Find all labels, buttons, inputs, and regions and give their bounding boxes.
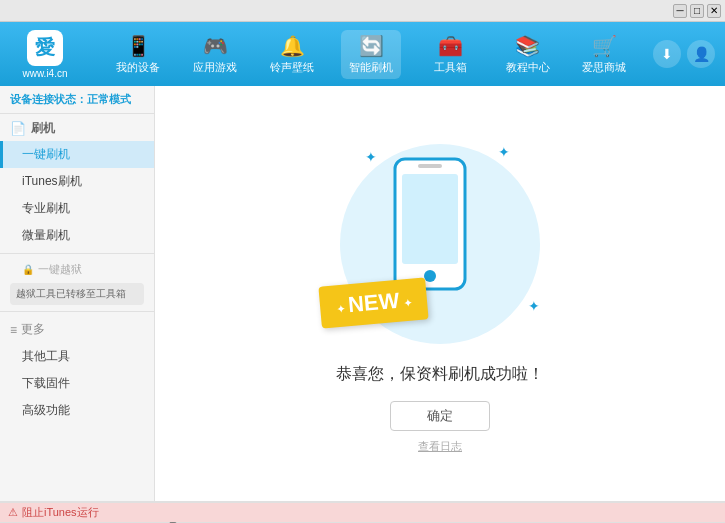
itunes-status-bar: ⚠ 阻止iTunes运行 (0, 502, 725, 522)
nav-toolbox-label: 工具箱 (434, 60, 467, 75)
new-badge: NEW (318, 277, 429, 328)
nav-ringtones-label: 铃声壁纸 (270, 60, 314, 75)
nav-ringtones[interactable]: 🔔 铃声壁纸 (265, 34, 320, 75)
svg-point-2 (424, 270, 436, 282)
mall-icon: 🛒 (592, 34, 617, 58)
sidebar-divider-1 (0, 253, 154, 254)
nav-apps-games[interactable]: 🎮 应用游戏 (188, 34, 243, 75)
svg-rect-1 (402, 174, 458, 264)
nav-smart-flash[interactable]: 🔄 智能刷机 (341, 30, 401, 79)
status-value: 正常模式 (87, 93, 131, 105)
toolbox-icon: 🧰 (438, 34, 463, 58)
content-area: NEW ✦ ✦ ✦ 恭喜您，保资料刷机成功啦！ 确定 查看日志 (155, 86, 725, 501)
nav-tutorials[interactable]: 📚 教程中心 (500, 34, 555, 75)
nav-apps-games-label: 应用游戏 (193, 60, 237, 75)
footer-area: ⚠ 阻止iTunes运行 自动继续 跳过向导 📱 iPhone 12 mini … (0, 501, 725, 523)
itunes-status-label: 阻止iTunes运行 (22, 505, 99, 520)
header: 愛 www.i4.cn 📱 我的设备 🎮 应用游戏 🔔 铃声壁纸 🔄 智能刷机 … (0, 22, 725, 86)
sidebar: 设备连接状态：正常模式 📄 刷机 一键刷机 iTunes刷机 专业刷机 微量刷机… (0, 86, 155, 501)
more-section-icon: ≡ (10, 323, 17, 337)
titlebar: ─ □ ✕ (0, 0, 725, 22)
status-bar: 设备连接状态：正常模式 (0, 86, 154, 114)
success-message: 恭喜您，保资料刷机成功啦！ (336, 364, 544, 385)
sparkle1-icon: ✦ (365, 149, 377, 165)
svg-rect-3 (418, 164, 442, 168)
flash-section-label: 刷机 (31, 120, 55, 137)
sidebar-item-pro-flash[interactable]: 专业刷机 (0, 195, 154, 222)
sidebar-item-advanced[interactable]: 高级功能 (0, 397, 154, 424)
download-button[interactable]: ⬇ (653, 40, 681, 68)
nav-bar: 📱 我的设备 🎮 应用游戏 🔔 铃声壁纸 🔄 智能刷机 🧰 工具箱 📚 教程中心… (100, 30, 643, 79)
smart-flash-icon: 🔄 (359, 34, 384, 58)
nav-my-device[interactable]: 📱 我的设备 (111, 34, 166, 75)
minimize-button[interactable]: ─ (673, 4, 687, 18)
success-illustration: NEW ✦ ✦ ✦ (310, 134, 570, 354)
main-container: 设备连接状态：正常模式 📄 刷机 一键刷机 iTunes刷机 专业刷机 微量刷机… (0, 86, 725, 501)
sidebar-item-micro-flash[interactable]: 微量刷机 (0, 222, 154, 249)
tutorials-icon: 📚 (515, 34, 540, 58)
nav-smart-flash-label: 智能刷机 (349, 60, 393, 75)
flash-section-title: 📄 刷机 (0, 114, 154, 141)
more-section-title: ≡ 更多 (0, 316, 154, 343)
my-device-icon: 📱 (126, 34, 151, 58)
cancel-link[interactable]: 查看日志 (418, 439, 462, 454)
nav-toolbox[interactable]: 🧰 工具箱 (423, 34, 478, 75)
sidebar-item-other-tools[interactable]: 其他工具 (0, 343, 154, 370)
nav-mall[interactable]: 🛒 爱思商城 (577, 34, 632, 75)
sidebar-divider-2 (0, 311, 154, 312)
sidebar-item-jailbreak: 🔒 一键越狱 (0, 258, 154, 281)
apps-games-icon: 🎮 (203, 34, 228, 58)
flash-section-icon: 📄 (10, 121, 26, 136)
sparkle3-icon: ✦ (528, 298, 540, 314)
nav-tutorials-label: 教程中心 (506, 60, 550, 75)
status-label: 设备连接状态： (10, 93, 87, 105)
logo-icon: 愛 (27, 30, 63, 66)
sidebar-item-one-click-flash[interactable]: 一键刷机 (0, 141, 154, 168)
logo-area: 愛 www.i4.cn (10, 30, 80, 79)
phone-svg (390, 154, 470, 294)
nav-my-device-label: 我的设备 (116, 60, 160, 75)
logo-text: www.i4.cn (22, 68, 67, 79)
jailbreak-note: 越狱工具已转移至工具箱 (10, 283, 144, 305)
itunes-icon: ⚠ (8, 506, 18, 519)
header-right: ⬇ 👤 (653, 40, 715, 68)
maximize-button[interactable]: □ (690, 4, 704, 18)
confirm-button[interactable]: 确定 (390, 401, 490, 431)
sidebar-item-download-firmware[interactable]: 下载固件 (0, 370, 154, 397)
ringtones-icon: 🔔 (280, 34, 305, 58)
sparkle2-icon: ✦ (498, 144, 510, 160)
lock-icon: 🔒 (22, 264, 34, 275)
nav-mall-label: 爱思商城 (582, 60, 626, 75)
profile-button[interactable]: 👤 (687, 40, 715, 68)
close-button[interactable]: ✕ (707, 4, 721, 18)
sidebar-item-itunes-flash[interactable]: iTunes刷机 (0, 168, 154, 195)
